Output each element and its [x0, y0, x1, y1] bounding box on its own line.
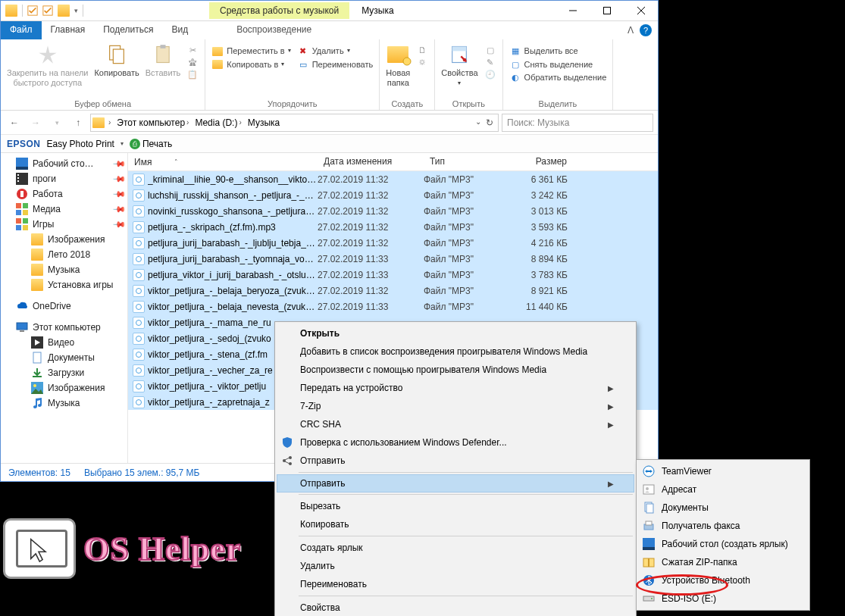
invert-selection-button[interactable]: ◐Обратить выделение [509, 71, 607, 85]
ctx-cast-to-device[interactable]: Передать на устройство▶ [277, 379, 634, 397]
file-row[interactable]: luchshij_russkij_shanson_-_petljura_-_pl… [128, 187, 658, 203]
address-dropdown-icon[interactable]: ⌄ [475, 117, 481, 128]
mp3-file-icon [133, 253, 145, 265]
sendto-zip-folder[interactable]: Сжатая ZIP-папка [639, 553, 807, 571]
nav-install[interactable]: Установка игры [1, 277, 127, 292]
nav-games[interactable]: Игры📌 [1, 217, 127, 232]
nav-onedrive[interactable]: OneDrive [1, 299, 127, 314]
nav-music2[interactable]: Музыка [1, 396, 127, 411]
ctx-7zip[interactable]: 7-Zip▶ [277, 397, 634, 415]
ctx-delete[interactable]: Удалить [277, 557, 634, 575]
nav-music[interactable]: Музыка [1, 262, 127, 277]
copy-button[interactable]: Копировать [94, 42, 139, 78]
nav-documents[interactable]: Документы [1, 350, 127, 365]
refresh-icon[interactable]: ↻ [486, 117, 493, 128]
file-row[interactable]: petljura_-_skripach_(zf.fm).mp327.02.201… [128, 219, 658, 235]
ctx-open[interactable]: Открыть [277, 324, 634, 342]
file-row[interactable]: petljura_jurij_barabash_-_tyomnaja_voda.… [128, 251, 658, 267]
print-button[interactable]: ⎙Печать [130, 139, 172, 149]
minimize-button[interactable] [556, 1, 590, 21]
sendto-esd-iso-drive[interactable]: ESD-ISO (E:) [639, 589, 807, 608]
tab-file[interactable]: Файл [1, 21, 42, 39]
svg-point-43 [646, 487, 649, 490]
tab-music-playback[interactable]: Воспроизведение [226, 21, 322, 39]
column-type[interactable]: Тип [424, 153, 507, 170]
qat-dropdown-icon[interactable]: ▾ [74, 7, 78, 14]
sendto-teamviewer[interactable]: TeamViewer [639, 462, 807, 480]
nav-desktop[interactable]: Рабочий сто…📌 [1, 156, 127, 171]
tab-home[interactable]: Главная [42, 21, 95, 39]
up-button[interactable]: ↑ [69, 114, 87, 132]
ctx-defender-scan[interactable]: Проверка с использованием Windows Defend… [277, 433, 634, 452]
ctx-play-wmp[interactable]: Воспроизвести с помощью проигрывателя Wi… [277, 361, 634, 379]
breadcrumb-folder[interactable]: Музыка [246, 117, 282, 128]
rename-button[interactable]: ▭Переименовать [297, 58, 374, 72]
sendto-fax-recipient[interactable]: Получатель факса [639, 517, 807, 535]
recent-locations-button[interactable]: ▾ [48, 114, 66, 132]
sendto-documents[interactable]: Документы [639, 499, 807, 517]
ctx-add-wmp-playlist[interactable]: Добавить в список воспроизведения проигр… [277, 342, 634, 361]
column-size[interactable]: Размер [507, 153, 574, 170]
ctx-create-shortcut[interactable]: Создать ярлык [277, 539, 634, 557]
nav-images2[interactable]: Изображения [1, 380, 127, 396]
breadcrumb-drive[interactable]: Media (D:)› [192, 117, 243, 128]
copy-to-button[interactable]: Копировать в ▾ [211, 58, 290, 72]
ctx-copy[interactable]: Копировать [277, 515, 634, 533]
new-item-icon[interactable]: 🗋 [416, 45, 428, 57]
ctx-properties[interactable]: Свойства [277, 599, 634, 616]
file-row[interactable]: viktor_petljura_-_belaja_beryoza_(zvukof… [128, 283, 658, 299]
paste-button[interactable]: Вставить [146, 42, 181, 78]
column-name[interactable]: Имя˄ [128, 153, 318, 170]
nav-thispc[interactable]: Этот компьютер [1, 320, 127, 335]
nav-summer[interactable]: Лето 2018 [1, 247, 127, 262]
tab-view[interactable]: Вид [162, 21, 197, 39]
move-to-button[interactable]: Переместить в ▾ [211, 45, 290, 58]
file-row[interactable]: novinki_russkogo_shansona_-_petljura_ju.… [128, 203, 658, 219]
file-row[interactable]: petljura_viktor_i_jurij_barabash_-_otslu… [128, 267, 658, 283]
ctx-send-to[interactable]: Отправить▶ [277, 474, 634, 492]
history-icon[interactable]: 🕘 [484, 69, 496, 81]
nav-images[interactable]: Изображения [1, 232, 127, 247]
collapse-ribbon-icon[interactable]: ᐱ [627, 25, 634, 36]
delete-button[interactable]: ✖Удалить ▾ [297, 45, 374, 58]
tab-share[interactable]: Поделиться [94, 21, 162, 39]
sendto-mail-recipient[interactable]: Адресат [639, 480, 807, 499]
select-all-button[interactable]: ▦Выделить все [509, 45, 607, 58]
new-folder-button[interactable]: Новая папка [386, 42, 410, 88]
forward-button[interactable]: → [27, 114, 45, 132]
select-none-button[interactable]: ▢Снять выделение [509, 58, 607, 72]
easy-photo-print[interactable]: Easy Photo Print [47, 139, 114, 149]
sendto-desktop-shortcut[interactable]: Рабочий стол (создать ярлык) [639, 535, 807, 553]
easy-access-icon[interactable]: ⛭ [416, 57, 428, 69]
mp3-file-icon [133, 333, 145, 345]
nav-videos[interactable]: Видео [1, 335, 127, 350]
properties-button[interactable]: Свойства▾ [441, 42, 477, 87]
nav-media[interactable]: Медиа📌 [1, 202, 127, 217]
open-icon[interactable]: ▢ [484, 45, 496, 57]
ctx-share[interactable]: Отправить [277, 452, 634, 470]
paste-shortcut-icon[interactable]: 📋 [186, 69, 199, 81]
help-icon[interactable]: ? [640, 24, 652, 36]
edit-icon[interactable]: ✎ [484, 57, 496, 69]
ctx-rename[interactable]: Переименовать [277, 575, 634, 593]
column-date[interactable]: Дата изменения [318, 153, 424, 170]
nav-work[interactable]: Работа📌 [1, 186, 127, 202]
breadcrumb-thispc[interactable]: Этот компьютер› [114, 117, 191, 128]
pin-to-quick-access-button[interactable]: Закрепить на панели быстрого доступа [7, 42, 88, 88]
cut-icon[interactable]: ✂ [186, 45, 199, 57]
search-input[interactable]: Поиск: Музыка [502, 114, 653, 132]
file-row[interactable]: petljura_jurij_barabash_-_ljublju_tebja_… [128, 235, 658, 251]
nav-progi[interactable]: проги📌 [1, 171, 127, 186]
close-button[interactable] [624, 1, 658, 21]
file-row[interactable]: viktor_petljura_-_belaja_nevesta_(zvukof… [128, 299, 658, 314]
address-bar[interactable]: › Этот компьютер› Media (D:)› Музыка ⌄↻ [90, 114, 499, 132]
copy-path-icon[interactable]: 🛣 [186, 57, 199, 69]
desktop-icon [16, 158, 28, 170]
sendto-bluetooth[interactable]: Устройство Bluetooth [639, 571, 807, 589]
file-row[interactable]: _kriminal__lihie_90-e__shanson__viktor_p… [128, 171, 658, 187]
ctx-cut[interactable]: Вырезать [277, 497, 634, 515]
maximize-button[interactable] [590, 1, 624, 21]
nav-downloads[interactable]: Загрузки [1, 365, 127, 380]
back-button[interactable]: ← [5, 114, 23, 132]
ctx-crc-sha[interactable]: CRC SHA▶ [277, 415, 634, 433]
